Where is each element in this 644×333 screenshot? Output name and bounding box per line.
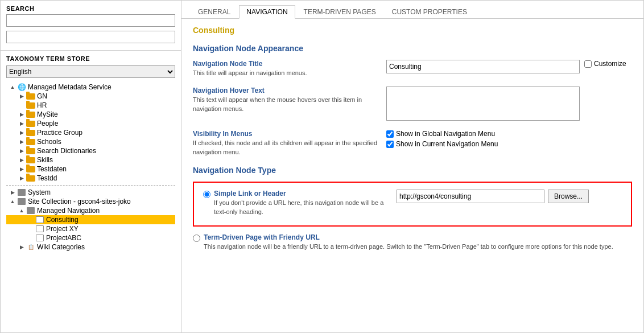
term-driven-title: Term-Driven Page with Friendy URL	[204, 233, 613, 241]
tree-item-sitecollection[interactable]: ▲ Site Collection - gscon4-sites-joko	[6, 197, 175, 206]
tree-label-gn: GN	[37, 92, 47, 100]
hover-textarea[interactable]	[386, 87, 580, 121]
search-input-1[interactable]	[6, 14, 175, 27]
language-select[interactable]: English	[6, 65, 175, 78]
tree-toggle-root[interactable]: ▲	[9, 84, 16, 90]
search-input-2[interactable]	[6, 31, 175, 43]
form-control-col-title: Customize	[386, 60, 632, 73]
global-nav-wrap: Show in Global Navigation Menu	[386, 130, 498, 138]
form-row-hover: Navigation Hover Text This text will app…	[193, 87, 632, 121]
tree-toggle-wiki[interactable]: ▶	[18, 244, 26, 250]
nav-icon-consulting	[35, 216, 45, 224]
tree-item-system[interactable]: ▶ System	[6, 188, 175, 197]
tree-item-testdaten[interactable]: ▶ Testdaten	[6, 165, 175, 174]
tree-label-mysite: MySite	[37, 110, 58, 118]
tree-toggle-mysite[interactable]: ▶	[18, 112, 26, 117]
tree-item-people[interactable]: ▶ People	[6, 119, 175, 128]
folder-icon-skills	[26, 156, 36, 164]
title-input[interactable]	[386, 60, 580, 73]
tab-custom-properties[interactable]: CUSTOM PROPERTIES	[385, 5, 474, 19]
tree-label-consulting: Consulting	[46, 216, 79, 224]
tree-toggle-testdd[interactable]: ▶	[18, 175, 26, 181]
term-driven-radio[interactable]	[193, 235, 200, 242]
global-nav-checkbox[interactable]	[386, 130, 394, 138]
tree-item-searchdict[interactable]: ▶ Search Dictionaries	[6, 146, 175, 155]
tree-toggle-searchdict[interactable]: ▶	[18, 148, 26, 154]
language-select-row: English	[6, 65, 175, 78]
browse-button[interactable]: Browse...	[548, 190, 589, 203]
tree-item-skills[interactable]: ▶ Skills	[6, 155, 175, 165]
customize-checkbox[interactable]	[584, 60, 592, 68]
tree-label-testdaten: Testdaten	[37, 165, 67, 173]
tree-label-root: Managed Metadata Service	[28, 83, 112, 91]
simple-link-radio[interactable]	[203, 191, 210, 198]
tree-item-mysite[interactable]: ▶ MySite	[6, 110, 175, 119]
folder-icon-hr	[26, 101, 36, 109]
tree-item-testdd[interactable]: ▶ Testdd	[6, 174, 175, 183]
right-panel: GENERAL NAVIGATION TERM-DRIVEN PAGES CUS…	[181, 1, 643, 332]
tree-divider-1	[6, 185, 175, 186]
tree-toggle-system[interactable]: ▶	[9, 190, 16, 195]
visibility-checkboxes: Show in Global Navigation Menu Show in C…	[386, 130, 498, 148]
left-panel: SEARCH TAXONOMY TERM STORE English ▲ 🌐 M…	[1, 1, 181, 332]
tree-label-testdd: Testdd	[37, 174, 57, 182]
current-nav-checkbox[interactable]	[386, 141, 394, 148]
folder-icon-testdaten	[26, 165, 36, 173]
form-row-title: Navigation Node Title This title will ap…	[193, 60, 632, 77]
customize-wrap: Customize	[584, 60, 626, 68]
tree-toggle-gn[interactable]: ▶	[18, 93, 26, 99]
tree-item-wiki[interactable]: ▶ 📋 Wiki Categories	[6, 242, 175, 252]
tab-general[interactable]: GENERAL	[191, 5, 238, 19]
tree-toggle-people[interactable]: ▶	[18, 121, 26, 126]
tree-item-consulting[interactable]: Consulting	[6, 215, 175, 224]
tree-label-practicegroup: Practice Group	[37, 129, 82, 137]
simple-link-title: Simple Link or Header	[214, 190, 397, 198]
current-nav-wrap: Show in Current Navigation Menu	[386, 140, 498, 148]
section-nodetype-title: Navigation Node Type	[193, 166, 632, 175]
tree-label-hr: HR	[37, 101, 47, 109]
nav-icon-projectxy	[35, 225, 45, 233]
tab-navigation[interactable]: NAVIGATION	[239, 5, 295, 19]
current-nav-label: Show in Current Navigation Menu	[396, 140, 498, 148]
tree-label-schools: Schools	[37, 138, 61, 146]
form-label-col-visibility: Visibility In Menus If checked, this nod…	[193, 130, 386, 157]
field-desc-visibility: If checked, this node and all its childr…	[193, 139, 386, 157]
tree-item-hr[interactable]: HR	[6, 101, 175, 110]
tree-label-skills: Skills	[37, 156, 53, 164]
taxonomy-section: TAXONOMY TERM STORE English ▲ 🌐 Managed …	[1, 51, 181, 332]
form-label-col-hover: Navigation Hover Text This text will app…	[193, 87, 386, 113]
tree-label-people: People	[37, 120, 58, 128]
tree-item-managednav[interactable]: ▲ Managed Navigation	[6, 206, 175, 215]
nav-icon-projectabc	[35, 234, 45, 242]
tab-term-driven[interactable]: TERM-DRIVEN PAGES	[296, 5, 383, 19]
search-section: SEARCH	[1, 1, 181, 51]
field-desc-hover: This text will appear when the mouse hov…	[193, 96, 386, 113]
folder-icon-searchdict	[26, 147, 36, 155]
tree-label-system: System	[28, 188, 51, 196]
tree-label-wiki: Wiki Categories	[37, 243, 85, 251]
tree-item-practicegroup[interactable]: ▶ Practice Group	[6, 128, 175, 137]
folder-icon-people	[26, 120, 36, 128]
tree-toggle-practicegroup[interactable]: ▶	[18, 130, 26, 135]
tree-toggle-testdaten[interactable]: ▶	[18, 166, 26, 172]
section-appearance-title: Navigation Node Appearance	[193, 44, 632, 53]
url-input[interactable]	[397, 190, 544, 203]
nav-icon-system	[16, 188, 27, 196]
tree-toggle-managednav[interactable]: ▲	[18, 208, 26, 213]
tree-item-gn[interactable]: ▶ GN	[6, 92, 175, 101]
form-control-col-visibility: Show in Global Navigation Menu Show in C…	[386, 130, 632, 148]
tree-item-projectabc[interactable]: ProjectABC	[6, 233, 175, 242]
tree-item-root[interactable]: ▲ 🌐 Managed Metadata Service	[6, 83, 175, 92]
simple-link-label-wrap: Simple Link or Header If you don't provi…	[214, 190, 397, 216]
tree-item-projectxy[interactable]: Project XY	[6, 224, 175, 233]
tree-label-projectabc: ProjectABC	[46, 234, 81, 242]
tree-toggle-sitecollection[interactable]: ▲	[9, 199, 16, 204]
term-driven-desc: This navigation node will be a friendly …	[204, 242, 613, 251]
tree-toggle-skills[interactable]: ▶	[18, 157, 26, 163]
term-driven-row: Term-Driven Page with Friendy URL This n…	[193, 233, 632, 251]
tree-item-schools[interactable]: ▶ Schools	[6, 137, 175, 146]
tree-toggle-schools[interactable]: ▶	[18, 139, 26, 145]
tree-label-searchdict: Search Dictionaries	[37, 147, 96, 155]
field-label-title: Navigation Node Title	[193, 60, 386, 68]
simple-link-label-col: Simple Link or Header If you don't provi…	[203, 190, 397, 216]
